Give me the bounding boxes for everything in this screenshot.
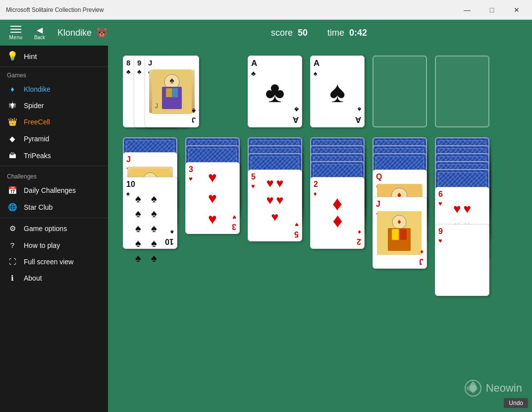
card-2-diamonds[interactable]: 2♦ ♦ ♦ 2♦ [310, 177, 365, 249]
card-pips: ♥ ♥ ♥ ♥ ♥ [266, 176, 284, 224]
sidebar-item-daily[interactable]: 📅 Daily Challenges [0, 182, 108, 199]
tableau-col-3[interactable]: 5♥ ♥ ♥ ♥ ♥ ♥ 5♥ [248, 137, 302, 246]
card-center-suit: ♣ [265, 74, 284, 109]
challenges-section-label: Challenges [0, 168, 108, 182]
main-content: 💡 Hint Games ♦ Klondike 🕷 Spider 👑 FreeC… [0, 46, 532, 412]
svg-rect-4 [172, 88, 178, 97]
svg-rect-3 [166, 88, 172, 97]
tripeaks-icon: 🏔 [7, 151, 18, 160]
foundation-empty-1[interactable] [372, 56, 427, 127]
help-icon: ? [7, 241, 18, 249]
app-container: Menu ◀ Back Klondike 🐻 score 50 time 0:4… [0, 20, 532, 412]
hamburger-icon [10, 26, 21, 27]
sidebar-item-tripeaks[interactable]: 🏔 TriPeaks [0, 147, 108, 164]
card-top-value: 3♥ [189, 165, 193, 183]
hint-label: Hint [24, 52, 37, 60]
score-display: score 50 [271, 28, 308, 38]
time-display: time 0:42 [327, 28, 367, 38]
game-title: Klondike 🐻 [57, 27, 108, 39]
svg-text:♠: ♠ [169, 75, 174, 85]
freecell-label: FreeCell [24, 118, 50, 126]
sidebar-item-klondike[interactable]: ♦ Klondike [0, 81, 108, 97]
card-j-spades[interactable]: J♠ ♠ J J♠ [145, 56, 199, 127]
card-top-value: 10♠ [126, 180, 135, 198]
divider-1 [0, 166, 108, 166]
card-top-value: A♠ [314, 59, 319, 78]
tableau-col-4[interactable]: 2♦ ♦ ♦ 2♦ [310, 137, 365, 246]
sidebar-item-game-options[interactable]: ⚙ Game options [0, 220, 108, 237]
sidebar-item-freecell[interactable]: 👑 FreeCell [0, 114, 108, 130]
card-top-value: 5♥ [251, 173, 256, 190]
klondike-label: Klondike [24, 85, 51, 93]
games-section-label: Games [0, 67, 108, 81]
face-card-art: ♠ J [149, 70, 195, 113]
time-value: 0:42 [349, 28, 367, 38]
score-label: score [271, 28, 293, 38]
gear-icon: ⚙ [7, 224, 18, 233]
card-bottom-value: 2♦ [357, 228, 361, 246]
game-area[interactable]: 8♣ ♣ 8♣ 9♣ J♠ [108, 46, 532, 412]
tableau-col-2[interactable]: 3♥ ♥ ♥ ♥ 3♥ [185, 137, 240, 246]
card-bottom-value: 10♠ [165, 228, 174, 246]
sidebar-item-spider[interactable]: 🕷 Spider [0, 97, 108, 114]
card-top-value: 6♥ [438, 190, 443, 208]
card-j-diamonds[interactable]: J♦ ♦ J♦ [372, 197, 427, 269]
sidebar-item-full-screen[interactable]: ⛶ Full screen view [0, 253, 108, 270]
tableau-col-1[interactable]: J♥ ♥ J J♥ [123, 137, 177, 246]
window-title: Microsoft Solitaire Collection Preview [4, 6, 456, 13]
card-pips: ♥ ♥ ♥ [208, 169, 217, 228]
tripeaks-label: TriPeaks [24, 152, 51, 160]
foundation-empty-2[interactable] [435, 56, 489, 127]
tableau-col-6[interactable]: 6♥ ♥ ♥ ♥ ♥ ♥ ♥ 6♥ 9♥ [435, 137, 489, 256]
card-top-value: 2♦ [314, 180, 318, 198]
score-value: 50 [298, 28, 308, 38]
sidebar-item-about[interactable]: ℹ About [0, 270, 108, 287]
svg-rect-20 [392, 229, 399, 240]
card-center-suit: ♠ [329, 74, 345, 109]
sidebar-item-how-to-play[interactable]: ? How to play [0, 237, 108, 253]
game-name: Klondike [57, 28, 92, 38]
card-a-clubs[interactable]: A♣ ♣ A♣ [248, 56, 302, 127]
title-bar: Microsoft Solitaire Collection Preview —… [0, 0, 532, 20]
maximize-button[interactable]: □ [480, 2, 503, 17]
star-label: Star Club [24, 203, 53, 211]
back-arrow-icon: ◀ [37, 25, 43, 35]
card-pip-bottom: ♦ [332, 211, 342, 234]
sidebar-item-pyramid[interactable]: ◆ Pyramid [0, 130, 108, 147]
hamburger-icon [10, 32, 21, 33]
pyramid-label: Pyramid [24, 135, 49, 143]
menu-button[interactable]: Menu [6, 23, 26, 43]
neowin-logo-icon [464, 379, 482, 397]
card-top-value: 9♥ [438, 227, 443, 245]
card-bottom-value: A♣ [293, 105, 299, 124]
close-button[interactable]: ✕ [505, 2, 528, 17]
undo-button[interactable]: Undo [504, 398, 528, 408]
back-button[interactable]: ◀ Back [30, 23, 50, 43]
card-3-hearts[interactable]: 3♥ ♥ ♥ ♥ 3♥ [185, 162, 240, 234]
card-5-hearts[interactable]: 5♥ ♥ ♥ ♥ ♥ ♥ 5♥ [248, 170, 302, 241]
divider-2 [0, 218, 108, 218]
card-top-value: A♣ [251, 59, 257, 78]
score-section: score 50 time 0:42 [112, 28, 526, 38]
svg-text:♦: ♦ [397, 217, 401, 226]
hamburger-icon [10, 29, 21, 30]
daily-label: Daily Challenges [24, 186, 76, 194]
svg-rect-19 [388, 228, 411, 251]
card-9-hearts[interactable]: 9♥ [435, 224, 489, 296]
how-to-play-label: How to play [24, 241, 60, 249]
hint-icon: 💡 [7, 51, 18, 61]
face-art-j: ♦ [377, 211, 423, 254]
card-a-spades[interactable]: A♠ ♠ A♠ [310, 56, 365, 127]
tableau-pile-0[interactable]: 8♣ ♣ 8♣ 9♣ J♠ [123, 56, 177, 127]
toolbar: Menu ◀ Back Klondike 🐻 score 50 time 0:4… [0, 20, 532, 46]
spider-label: Spider [24, 102, 44, 110]
hint-item[interactable]: 💡 Hint [0, 46, 108, 67]
minimize-button[interactable]: — [456, 2, 479, 17]
fullscreen-icon: ⛶ [7, 257, 18, 266]
game-options-label: Game options [24, 225, 67, 233]
tableau-col-5[interactable]: Q♦ ♦ Q♦ [372, 137, 427, 256]
card-10-spades[interactable]: 10♠ ♠♠♠♠♠♠♠♠♠♠ 10♠ [123, 177, 177, 249]
card-bottom-value: A♠ [355, 105, 361, 124]
sidebar-item-star[interactable]: 🌐 Star Club [0, 199, 108, 216]
svg-rect-21 [400, 229, 407, 240]
